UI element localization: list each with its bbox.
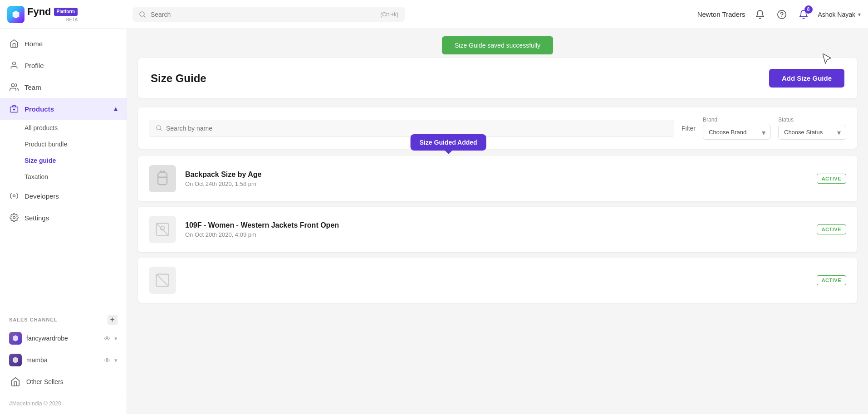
sub-nav-size-guide[interactable]: Size guide bbox=[0, 152, 127, 169]
home-icon bbox=[9, 39, 19, 49]
product-card-3[interactable]: ACTIVE bbox=[138, 258, 857, 303]
page-title: Size Guide bbox=[151, 72, 206, 85]
chevron-down-icon[interactable]: ▾ bbox=[114, 335, 118, 342]
main-content: Size Guide saved successfully Size Guide… bbox=[127, 29, 868, 414]
status-badge-1: ACTIVE bbox=[817, 174, 846, 184]
status-filter-group: Status Choose Status Active Inactive bbox=[778, 117, 846, 140]
sidebar-item-developers[interactable]: Developers bbox=[0, 185, 127, 207]
sub-nav-taxation[interactable]: Taxation bbox=[0, 169, 127, 185]
tooltip: Size Guided Added bbox=[411, 134, 486, 151]
eye-icon[interactable]: 👁 bbox=[104, 356, 111, 364]
notifications-bell-icon[interactable] bbox=[753, 7, 767, 22]
chevron-down-icon[interactable]: ▾ bbox=[114, 357, 118, 364]
store-name: Newton Traders bbox=[697, 10, 745, 18]
sidebar-item-profile[interactable]: Profile bbox=[0, 54, 127, 76]
search-bar[interactable]: (Ctrl+k) bbox=[132, 7, 405, 22]
sidebar: Home Profile Team Products ▴ bbox=[0, 29, 127, 414]
toast-container: Size Guide saved successfully bbox=[127, 29, 868, 58]
channel-fancywardrobe[interactable]: fancywardrobe 👁 ▾ bbox=[0, 327, 127, 349]
add-size-guide-button[interactable]: Add Size Guide bbox=[769, 69, 844, 88]
header: Fynd Platform BETA (Ctrl+k) Newton Trade… bbox=[0, 0, 868, 29]
sub-nav-product-bundle[interactable]: Product bundle bbox=[0, 136, 127, 152]
products-icon bbox=[9, 104, 19, 114]
logo-text: Fynd Platform BETA bbox=[27, 7, 78, 22]
settings-icon bbox=[9, 213, 19, 223]
sidebar-item-home[interactable]: Home bbox=[0, 33, 127, 54]
other-sellers-label: Other Sellers bbox=[26, 378, 64, 385]
sidebar-developers-label: Developers bbox=[25, 192, 118, 200]
help-icon[interactable] bbox=[775, 7, 789, 22]
sales-channel-section: SALES CHANNEL + bbox=[0, 309, 127, 327]
success-toast: Size Guide saved successfully bbox=[442, 36, 553, 54]
logo: Fynd Platform BETA bbox=[7, 6, 125, 23]
sidebar-item-settings[interactable]: Settings bbox=[0, 207, 127, 229]
sales-channel-title: SALES CHANNEL + bbox=[9, 315, 118, 325]
logo-icon bbox=[7, 6, 25, 23]
status-select[interactable]: Choose Status Active Inactive bbox=[778, 125, 846, 140]
sidebar-item-team[interactable]: Team bbox=[0, 76, 127, 98]
developers-icon bbox=[9, 191, 19, 201]
svg-point-3 bbox=[11, 84, 15, 87]
product-card-2[interactable]: 109F - Women - Western Jackets Front Ope… bbox=[138, 207, 857, 252]
sidebar-profile-label: Profile bbox=[25, 62, 118, 69]
sidebar-home-label: Home bbox=[25, 40, 118, 48]
other-sellers[interactable]: Other Sellers bbox=[0, 371, 127, 393]
product-info-1: Backpack Size by Age On Oct 24th 2020, 1… bbox=[185, 170, 808, 187]
team-icon bbox=[9, 82, 19, 92]
product-name-2: 109F - Women - Western Jackets Front Ope… bbox=[185, 221, 808, 229]
svg-rect-10 bbox=[158, 173, 167, 185]
search-icon bbox=[139, 11, 146, 18]
mamba-actions: 👁 ▾ bbox=[104, 356, 118, 364]
status-filter-label: Status bbox=[778, 117, 846, 123]
logo-beta-label: BETA bbox=[27, 17, 78, 22]
profile-icon bbox=[9, 60, 19, 70]
status-badge-3: ACTIVE bbox=[817, 275, 846, 285]
content-area: Filter Brand Choose Brand Brand A Brand … bbox=[127, 98, 868, 317]
svg-point-8 bbox=[13, 217, 15, 219]
tooltip-wrap: Size Guided Added bbox=[411, 134, 486, 151]
brand-select[interactable]: Choose Brand Brand A Brand B bbox=[703, 125, 771, 140]
status-select-wrap[interactable]: Choose Status Active Inactive bbox=[778, 125, 846, 140]
product-name-1: Backpack Size by Age bbox=[185, 170, 808, 179]
svg-point-1 bbox=[777, 10, 785, 18]
sub-nav-all-products[interactable]: All products bbox=[0, 120, 127, 136]
fancywardrobe-actions: 👁 ▾ bbox=[104, 335, 118, 342]
app-body: Home Profile Team Products ▴ bbox=[0, 29, 868, 414]
search-by-name-input[interactable] bbox=[166, 125, 667, 132]
store-icon bbox=[9, 375, 22, 388]
sidebar-products-label: Products bbox=[25, 105, 108, 113]
header-right: Newton Traders 8 Ashok Nayak ▾ bbox=[697, 7, 861, 22]
notification-badge: 8 bbox=[804, 5, 813, 14]
logo-platform-badge: Platform bbox=[54, 8, 78, 16]
svg-line-16 bbox=[157, 274, 169, 287]
brand-filter-group: Brand Choose Brand Brand A Brand B bbox=[703, 117, 771, 140]
svg-point-2 bbox=[13, 62, 16, 65]
logo-fynd-label: Fynd bbox=[27, 7, 51, 17]
svg-point-7 bbox=[13, 195, 15, 197]
sidebar-footer: #MadeInIndia © 2020 bbox=[0, 393, 127, 414]
svg-line-13 bbox=[157, 224, 169, 236]
notification-icon[interactable]: 8 bbox=[796, 7, 811, 22]
status-badge-2: ACTIVE bbox=[817, 224, 846, 234]
product-card-1[interactable]: Size Guided Added Backpack Size by Age O… bbox=[138, 156, 857, 201]
add-channel-button[interactable]: + bbox=[108, 315, 118, 325]
chevron-up-icon: ▴ bbox=[114, 105, 118, 113]
filter-label: Filter bbox=[682, 125, 696, 132]
product-image-3 bbox=[149, 267, 176, 294]
brand-select-wrap[interactable]: Choose Brand Brand A Brand B bbox=[703, 125, 771, 140]
sidebar-item-products[interactable]: Products ▴ bbox=[0, 98, 127, 120]
search-icon bbox=[156, 125, 162, 132]
product-image-2 bbox=[149, 216, 176, 243]
product-date-1: On Oct 24th 2020, 1:58 pm bbox=[185, 180, 808, 187]
product-info-2: 109F - Women - Western Jackets Front Ope… bbox=[185, 221, 808, 238]
eye-icon[interactable]: 👁 bbox=[104, 335, 111, 342]
mamba-label: mamba bbox=[26, 356, 99, 364]
user-name: Ashok Nayak bbox=[818, 11, 855, 18]
user-menu[interactable]: Ashok Nayak ▾ bbox=[818, 11, 861, 18]
channel-mamba[interactable]: mamba 👁 ▾ bbox=[0, 349, 127, 371]
products-sub-nav: All products Product bundle Size guide T… bbox=[0, 120, 127, 185]
search-input[interactable] bbox=[151, 11, 376, 18]
mamba-icon bbox=[9, 354, 22, 366]
search-shortcut: (Ctrl+k) bbox=[380, 11, 398, 18]
brand-filter-label: Brand bbox=[703, 117, 771, 123]
